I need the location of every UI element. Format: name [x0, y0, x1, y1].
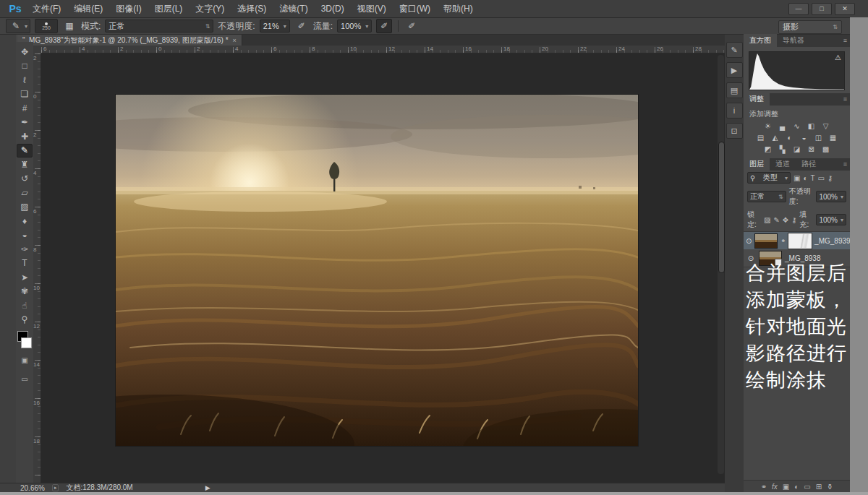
lasso-tool[interactable]: ℓ: [17, 73, 33, 87]
panel-menu-icon[interactable]: ≡: [843, 37, 847, 44]
tab-adjustments[interactable]: 调整: [744, 92, 770, 106]
lock-all-icon[interactable]: ⚷: [791, 216, 796, 224]
levels-icon[interactable]: ▄: [777, 121, 788, 131]
menu-file[interactable]: 文件(F): [26, 0, 67, 17]
color-balance-icon[interactable]: ◭: [770, 133, 780, 142]
panel-menu-icon[interactable]: ≡: [843, 95, 847, 103]
filter-type-icon[interactable]: T: [811, 174, 815, 182]
tab-paths[interactable]: 路径: [796, 158, 822, 171]
close-tab-icon[interactable]: ×: [233, 37, 237, 44]
new-layer-icon[interactable]: ⊞: [816, 483, 822, 491]
lock-transparent-icon[interactable]: ▨: [764, 216, 770, 224]
zoom-level-field[interactable]: 20.66%: [20, 484, 45, 492]
brush-tool[interactable]: ✎: [17, 144, 33, 158]
close-button[interactable]: ✕: [835, 3, 855, 15]
info-panel-icon[interactable]: i: [726, 103, 743, 119]
zoom-tool[interactable]: ⚲: [17, 313, 33, 327]
custom-shape-tool[interactable]: ✾: [17, 285, 33, 299]
gradient-tool[interactable]: ▨: [17, 200, 33, 215]
menu-image[interactable]: 图像(I): [109, 0, 148, 17]
lock-pixels-icon[interactable]: ✎: [773, 216, 779, 224]
eyedropper-tool[interactable]: ✒: [17, 116, 33, 130]
layer-row-mg8939[interactable]: ⊙ ⚭ _MG_8939: [744, 232, 850, 249]
canvas-image[interactable]: [116, 95, 638, 446]
quick-mask-button[interactable]: ▣: [17, 353, 33, 368]
exposure-icon[interactable]: ◧: [806, 121, 817, 131]
tablet-opacity-icon[interactable]: ✐: [294, 20, 309, 33]
opacity-field[interactable]: 21% ▾: [260, 20, 290, 33]
hand-tool[interactable]: ☝: [17, 298, 33, 313]
brightness-contrast-icon[interactable]: ☀: [762, 121, 773, 131]
gradient-map-icon[interactable]: ▩: [820, 145, 831, 154]
layer-filter-select[interactable]: ⚲ 类型 ▾: [747, 172, 791, 184]
lock-position-icon[interactable]: ✥: [783, 216, 788, 224]
filter-smart-object-icon[interactable]: ⚷: [827, 174, 833, 182]
layer-thumbnail[interactable]: [754, 233, 778, 249]
photo-filter-icon[interactable]: ◒: [799, 133, 809, 142]
layer-name[interactable]: _MG_8939: [814, 237, 850, 245]
vibrance-icon[interactable]: ▽: [820, 121, 831, 131]
healing-brush-tool[interactable]: ✚: [17, 129, 33, 144]
layer-style-icon[interactable]: fx: [772, 483, 778, 491]
tool-preset-picker[interactable]: ✎ ▾: [6, 19, 30, 33]
brush-size-picker[interactable]: 250: [35, 19, 58, 33]
layer-fill-field[interactable]: 100% ▾: [816, 214, 846, 225]
menu-type[interactable]: 文字(Y): [189, 0, 231, 17]
tab-histogram[interactable]: 直方图: [744, 34, 777, 47]
quick-selection-tool[interactable]: ❏: [17, 87, 33, 102]
screen-mode-button[interactable]: ▭: [17, 373, 33, 387]
layer-opacity-field[interactable]: 100% ▾: [816, 191, 846, 202]
brush-presets-panel-icon[interactable]: ✎: [726, 42, 743, 58]
layer-blend-mode-select[interactable]: 正常 ⇅: [747, 191, 786, 202]
document-tab[interactable]: "_MG_8938"为智能对象-1 @ 20.7% (_MG_8939, 图层蒙…: [17, 35, 242, 46]
filter-adjustment-icon[interactable]: ◐: [803, 174, 807, 182]
panel-menu-icon[interactable]: ≡: [843, 160, 847, 168]
path-selection-tool[interactable]: ➤: [17, 270, 33, 285]
actions-panel-icon[interactable]: ▶: [726, 62, 743, 78]
mask-link-icon[interactable]: ⚭: [780, 238, 786, 244]
tab-navigator[interactable]: 导航器: [777, 34, 810, 47]
color-lookup-icon[interactable]: ▦: [827, 133, 838, 142]
dodge-tool[interactable]: ◒: [17, 228, 33, 243]
move-tool[interactable]: ✥: [17, 45, 33, 59]
menu-filter[interactable]: 滤镜(T): [273, 0, 314, 17]
channel-mixer-icon[interactable]: ◫: [813, 133, 824, 142]
background-color-swatch[interactable]: [21, 337, 32, 348]
menu-help[interactable]: 帮助(H): [437, 0, 480, 17]
color-swatches[interactable]: [17, 331, 33, 348]
threshold-icon[interactable]: ◪: [791, 145, 802, 154]
menu-view[interactable]: 视图(V): [351, 0, 393, 17]
minimize-button[interactable]: —: [788, 3, 809, 15]
menu-select[interactable]: 选择(S): [231, 0, 273, 17]
clone-stamp-tool[interactable]: ♜: [17, 158, 33, 172]
layer-mask-thumbnail[interactable]: [788, 233, 812, 249]
filter-shape-icon[interactable]: ▭: [818, 174, 825, 182]
delete-layer-icon[interactable]: ⚱: [827, 483, 833, 491]
status-options-arrow[interactable]: ▶: [205, 484, 210, 491]
scrubby-zoom-icon[interactable]: ▸: [52, 484, 59, 491]
properties-panel-icon[interactable]: ⊡: [726, 123, 743, 139]
tablet-size-icon[interactable]: ✐: [404, 20, 419, 33]
character-panel-icon[interactable]: ▤: [726, 82, 743, 98]
crop-tool[interactable]: #: [17, 101, 33, 116]
type-tool[interactable]: T: [17, 257, 33, 271]
eye-icon[interactable]: ⊙: [746, 237, 752, 245]
maximize-button[interactable]: □: [812, 3, 832, 15]
blur-tool[interactable]: ♦: [17, 214, 33, 228]
pasteboard[interactable]: [41, 53, 725, 483]
menu-3d[interactable]: 3D(D): [315, 0, 351, 17]
document-scrollbar[interactable]: [718, 55, 724, 474]
menu-layer[interactable]: 图层(L): [148, 0, 190, 17]
history-brush-tool[interactable]: ↺: [17, 172, 33, 186]
new-adjustment-icon[interactable]: ◐: [794, 483, 799, 491]
tab-layers[interactable]: 图层: [744, 158, 770, 171]
blend-mode-select[interactable]: 正常 ⇅: [105, 20, 213, 33]
curves-icon[interactable]: ∿: [791, 121, 802, 131]
tab-channels[interactable]: 通道: [770, 158, 796, 171]
airbrush-toggle-icon[interactable]: ✐: [376, 19, 392, 33]
pen-tool[interactable]: ✑: [17, 242, 33, 257]
brush-panel-toggle-icon[interactable]: ▦: [62, 20, 77, 33]
new-group-icon[interactable]: ▭: [804, 483, 810, 491]
menu-window[interactable]: 窗口(W): [393, 0, 437, 17]
invert-icon[interactable]: ◩: [762, 145, 773, 154]
